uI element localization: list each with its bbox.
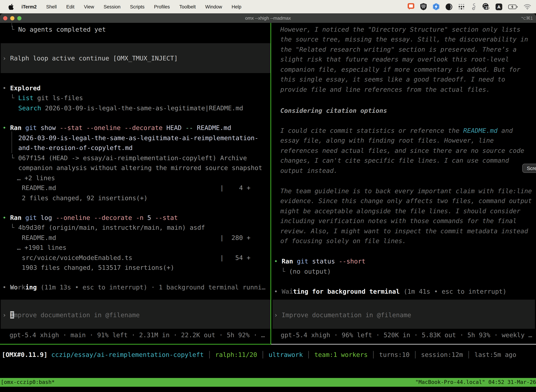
screen: iTerm2ShellEditViewSessionScriptsProfile… xyxy=(0,0,536,392)
tmux-session-label: [omx-cczip0:bash* xyxy=(1,378,55,387)
tmux-host-clock: "MacBook-Pro-44.local" 04:52 31-Mar-26 xyxy=(415,378,536,387)
terminal-line: [OMX#0.11.9] cczip/essay/ai-reimplementa… xyxy=(2,350,516,360)
tmux-status-bar: [omx-cczip0:bash* "MacBook-Pro-44.local"… xyxy=(0,378,536,387)
screen-tooltip: Scre xyxy=(522,164,536,173)
omx-status-row: [OMX#0.11.9] cczip/essay/ai-reimplementa… xyxy=(0,0,536,392)
